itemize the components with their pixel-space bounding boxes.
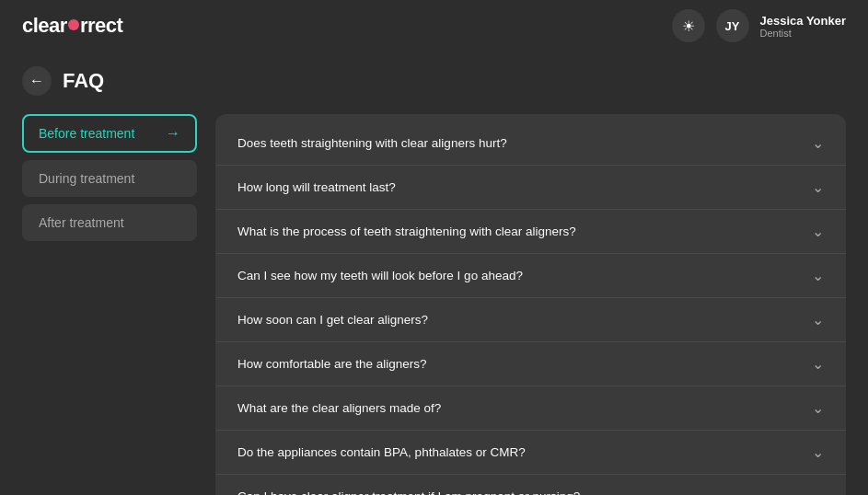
chevron-down-icon: ⌄ [812,399,824,417]
sun-icon: ☀ [682,17,695,35]
faq-item[interactable]: Can I have clear aligner treatment if I … [215,475,846,495]
sidebar-item-after-treatment[interactable]: After treatment [22,204,197,241]
main-content: ← FAQ Before treatment → During treatmen… [0,52,868,495]
chevron-down-icon: ⌄ [812,488,824,495]
faq-item[interactable]: How long will treatment last?⌄ [215,166,846,210]
back-icon: ← [29,73,44,89]
avatar[interactable]: JY [716,9,749,42]
faq-question: How long will treatment last? [237,180,396,194]
faq-item[interactable]: How comfortable are the aligners?⌄ [215,342,846,386]
chevron-down-icon: ⌄ [812,355,824,373]
chevron-down-icon: ⌄ [812,311,824,328]
chevron-down-icon: ⌄ [812,134,824,152]
back-button[interactable]: ← [22,66,52,96]
logo-dot [68,19,79,30]
faq-question: Do the appliances contain BPA, phthalate… [237,445,526,459]
chevron-down-icon: ⌄ [812,443,824,461]
chevron-right-icon: → [166,125,180,142]
sidebar-item-label: After treatment [39,215,124,230]
header: clear rrect ☀ JY Jessica Yonker Dentist [0,0,868,52]
faq-item[interactable]: How soon can I get clear aligners?⌄ [215,298,846,342]
faq-question: Can I have clear aligner treatment if I … [237,489,580,495]
user-info: Jessica Yonker Dentist [760,14,846,39]
page-header: ← FAQ [22,66,846,96]
faq-question: What are the clear aligners made of? [237,401,441,415]
chevron-down-icon: ⌄ [812,178,824,196]
faq-item[interactable]: What is the process of teeth straighteni… [215,210,846,254]
chevron-down-icon: ⌄ [812,223,824,240]
sidebar-item-label: During treatment [39,171,134,186]
faq-item[interactable]: What are the clear aligners made of?⌄ [215,386,846,431]
faq-item[interactable]: Do the appliances contain BPA, phthalate… [215,431,846,475]
user-name: Jessica Yonker [760,14,846,28]
faq-question: Can I see how my teeth will look before … [237,269,523,282]
sidebar: Before treatment → During treatment Afte… [22,114,197,495]
logo-text-before: clear [22,14,67,38]
sidebar-item-label: Before treatment [39,126,134,141]
faq-question: How soon can I get clear aligners? [237,313,428,327]
sidebar-item-before-treatment[interactable]: Before treatment → [22,114,197,153]
chevron-down-icon: ⌄ [812,267,824,284]
user-role: Dentist [760,28,792,39]
avatar-initials: JY [725,19,740,33]
faq-question: What is the process of teeth straighteni… [237,224,576,238]
sidebar-item-during-treatment[interactable]: During treatment [22,160,197,197]
page-title: FAQ [63,69,104,93]
faq-item[interactable]: Can I see how my teeth will look before … [215,254,846,298]
logo-text-after: rrect [80,14,122,38]
header-right: ☀ JY Jessica Yonker Dentist [672,9,846,42]
content-layout: Before treatment → During treatment Afte… [22,114,846,495]
theme-toggle-button[interactable]: ☀ [672,9,705,42]
faq-item[interactable]: Does teeth straightening with clear alig… [215,121,846,166]
faq-question: Does teeth straightening with clear alig… [237,136,507,150]
logo: clear rrect [22,14,122,38]
faq-panel: Does teeth straightening with clear alig… [215,114,846,495]
faq-question: How comfortable are the aligners? [237,357,427,371]
